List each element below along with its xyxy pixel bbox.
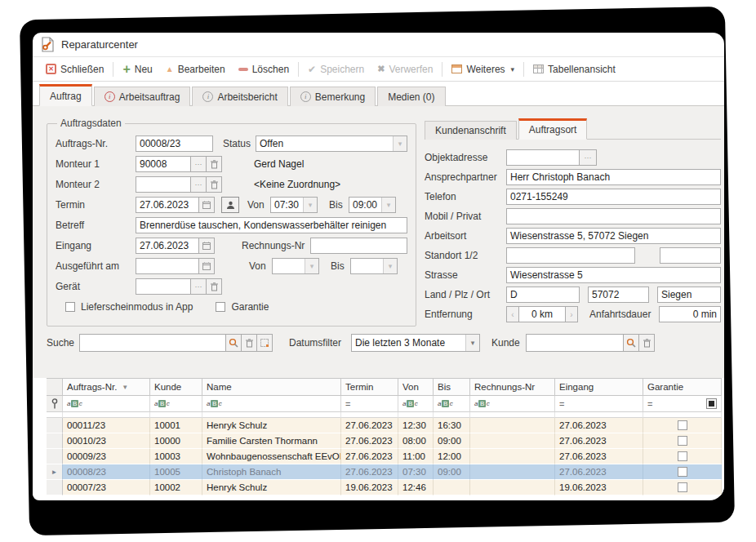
- land-field[interactable]: D: [506, 287, 580, 303]
- garantie-checkbox[interactable]: [678, 467, 687, 477]
- chevron-down-icon[interactable]: ▾: [393, 136, 407, 151]
- suche-select-columns-button[interactable]: [256, 334, 273, 352]
- filter-cell-kunde[interactable]: aBc: [150, 396, 202, 412]
- checkbox-filter-icon[interactable]: [706, 398, 717, 409]
- edit-button[interactable]: ▲ Bearbeiten: [159, 60, 232, 79]
- lieferschein-checkbox[interactable]: [65, 302, 75, 312]
- entfernung-field[interactable]: 0 km: [518, 306, 566, 322]
- chevron-down-icon[interactable]: ▾: [303, 198, 317, 212]
- new-button[interactable]: + Neu: [116, 60, 158, 79]
- tab-kundenanschrift[interactable]: Kundenanschrift: [425, 121, 517, 140]
- monteur-assign-button[interactable]: [221, 197, 239, 213]
- geraet-clear-button[interactable]: [206, 278, 222, 295]
- strasse-field[interactable]: Wiesenstrasse 5: [506, 267, 721, 283]
- close-button[interactable]: ✕ Schließen: [39, 60, 110, 79]
- geraet-field[interactable]: [136, 278, 191, 295]
- ort-field[interactable]: Siegen: [657, 287, 721, 303]
- standort1-field[interactable]: [506, 247, 635, 264]
- suche-search-button[interactable]: [225, 334, 242, 352]
- tab-medien[interactable]: Medien (0): [377, 87, 445, 106]
- standort2-field[interactable]: [660, 247, 721, 264]
- telefon-field[interactable]: 0271-155249: [506, 189, 721, 205]
- filter-cell-name[interactable]: aBc: [202, 396, 341, 412]
- table-row[interactable]: 00010/2310000Familie Carsten Thormann27.…: [47, 433, 722, 449]
- entfernung-decrease-button[interactable]: ‹: [506, 306, 519, 322]
- tab-auftragsort[interactable]: Auftragsort: [518, 118, 588, 140]
- garantie-checkbox[interactable]: [678, 451, 687, 461]
- column-header-termin[interactable]: Termin: [341, 379, 398, 396]
- betreff-field[interactable]: Brennerdüse tauschen, Kondenswasserbehäl…: [136, 217, 407, 233]
- eingang-field[interactable]: 27.06.2023: [136, 238, 199, 254]
- garantie-checkbox[interactable]: [678, 436, 687, 446]
- status-select[interactable]: Offen ▾: [256, 136, 407, 152]
- table-row[interactable]: 00011/2310001Henryk Schulz27.06.202312:3…: [47, 418, 722, 433]
- garantie-checkbox[interactable]: [678, 420, 687, 430]
- ausgefuehrt-field[interactable]: [136, 258, 199, 274]
- tab-arbeitsauftrag[interactable]: i Arbeitsauftrag: [94, 87, 191, 106]
- arbeitsort-field[interactable]: Wiesenstrasse 5, 57072 Siegen: [506, 228, 721, 244]
- table-row[interactable]: ►00008/2310005Christoph Banach27.06.2023…: [47, 464, 722, 480]
- table-view-button[interactable]: Tabellenansicht: [527, 60, 622, 79]
- datumsfilter-select[interactable]: Die letzten 3 Monate ▾: [351, 334, 480, 352]
- entfernung-increase-button[interactable]: ›: [565, 306, 578, 322]
- objektadresse-lookup-button[interactable]: ···: [579, 149, 597, 166]
- kunde-clear-button[interactable]: [638, 334, 655, 352]
- monteur1-clear-button[interactable]: [206, 156, 222, 172]
- anfahrtsdauer-field[interactable]: 0 min: [659, 306, 721, 322]
- ausgefuehrt-von-select[interactable]: ▾: [272, 258, 319, 274]
- termin-von-select[interactable]: 07:30 ▾: [270, 197, 318, 213]
- geraet-lookup-button[interactable]: ···: [190, 278, 207, 295]
- ausgefuehrt-calendar-button[interactable]: [198, 258, 215, 274]
- garantie-checkbox[interactable]: [678, 482, 687, 492]
- kunde-search-button[interactable]: [623, 334, 639, 352]
- delete-button[interactable]: Löschen: [232, 60, 296, 79]
- filter-cell-rechnungs_nr[interactable]: aBc: [470, 396, 555, 412]
- column-header-bis[interactable]: Bis: [434, 379, 470, 396]
- chevron-down-icon[interactable]: ▾: [381, 198, 395, 212]
- monteur2-field[interactable]: [136, 176, 191, 193]
- column-header-auftrags_nr[interactable]: Auftrags-Nr.▼: [63, 379, 150, 396]
- ausgefuehrt-bis-select[interactable]: ▾: [350, 258, 398, 274]
- column-header-kunde[interactable]: Kunde: [150, 379, 202, 396]
- termin-bis-select[interactable]: 09:00 ▾: [349, 197, 396, 213]
- filter-cell-auftrags_nr[interactable]: aBc: [63, 396, 150, 412]
- filter-cell-termin[interactable]: =: [341, 396, 398, 412]
- kunde-input[interactable]: [526, 334, 624, 352]
- column-header-von[interactable]: Von: [398, 379, 434, 396]
- ansprechpartner-field[interactable]: Herr Christoph Banach: [506, 169, 721, 185]
- auftrags-nr-field[interactable]: 00008/23: [136, 136, 213, 152]
- filter-cell-von[interactable]: aBc: [398, 396, 434, 412]
- objektadresse-field[interactable]: [506, 149, 580, 166]
- termin-field[interactable]: 27.06.2023: [136, 197, 199, 213]
- monteur1-field[interactable]: 90008: [136, 156, 191, 172]
- save-button[interactable]: ✔ Speichern: [301, 60, 371, 79]
- suche-input[interactable]: [79, 334, 226, 352]
- table-row[interactable]: 00009/2310003Wohnbaugenossenschaft EEvOH…: [47, 449, 722, 464]
- chevron-down-icon[interactable]: ▾: [305, 259, 318, 273]
- table-row[interactable]: 00007/2310002Henryk Schulz19.06.202312:4…: [47, 480, 722, 495]
- monteur1-lookup-button[interactable]: ···: [190, 156, 207, 172]
- tab-arbeitsbericht[interactable]: i Arbeitsbericht: [192, 87, 287, 106]
- discard-button[interactable]: ✖ Verwerfen: [371, 60, 439, 79]
- more-button[interactable]: Weiteres ▾: [445, 60, 521, 79]
- filter-cell-bis[interactable]: aBc: [434, 396, 470, 412]
- garantie-form-checkbox[interactable]: [216, 302, 225, 312]
- filter-cell-eingang[interactable]: =: [555, 396, 643, 412]
- column-header-garantie[interactable]: Garantie: [643, 379, 722, 396]
- filter-cell-garantie[interactable]: =: [643, 396, 722, 412]
- column-header-eingang[interactable]: Eingang: [555, 379, 643, 396]
- tab-auftrag[interactable]: Auftrag: [39, 84, 92, 106]
- monteur2-lookup-button[interactable]: ···: [190, 176, 207, 193]
- chevron-down-icon[interactable]: ▾: [465, 335, 479, 351]
- rechnungs-nr-field[interactable]: [310, 238, 407, 254]
- plz-field[interactable]: 57072: [588, 287, 649, 303]
- eingang-calendar-button[interactable]: [198, 238, 215, 254]
- column-header-rechnungs_nr[interactable]: Rechnungs-Nr: [470, 379, 555, 396]
- termin-calendar-button[interactable]: [198, 197, 215, 213]
- chevron-down-icon[interactable]: ▾: [383, 259, 397, 273]
- column-header-name[interactable]: Name: [202, 379, 341, 396]
- mobil-field[interactable]: [506, 208, 721, 224]
- monteur2-clear-button[interactable]: [206, 176, 222, 193]
- tab-bemerkung[interactable]: i Bemerkung: [290, 87, 376, 106]
- suche-clear-button[interactable]: [241, 334, 257, 352]
